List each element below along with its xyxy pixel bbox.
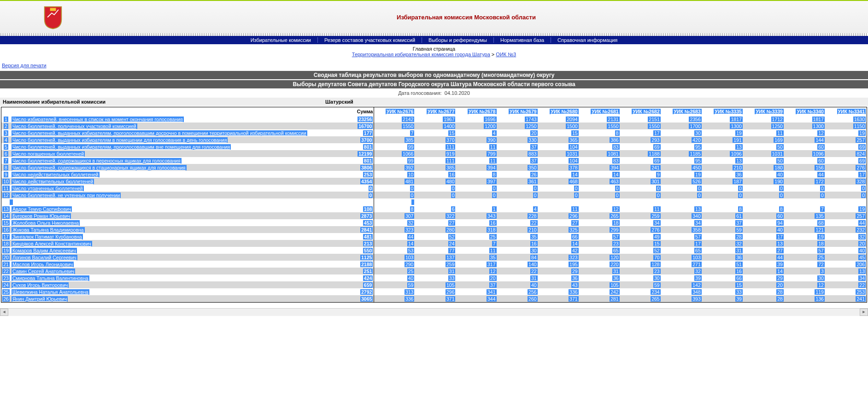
print-link[interactable]: Версия для печати	[2, 63, 868, 68]
row-label[interactable]: Число избирателей, внесенных в список на…	[12, 117, 184, 122]
table-row: 16Жукова Татьяна Владимировна2841	[1, 226, 374, 233]
menu-item[interactable]: Резерв составов участковых комиссий	[318, 37, 422, 43]
cell-value: 385	[405, 137, 415, 143]
cell-value: 180	[774, 165, 784, 170]
menu-item[interactable]: Справочная информация	[551, 37, 624, 43]
uik-header[interactable]: УИК №2677	[427, 109, 455, 114]
row-label[interactable]: Число утраченных бюллетеней	[12, 186, 84, 191]
row-label[interactable]: Сухов Игорь Викторович	[12, 282, 69, 288]
row-label[interactable]: Шевелкина Наталья Анатольевна	[12, 289, 89, 295]
row-label[interactable]: Число бюллетеней, не учтенных при получе…	[12, 193, 121, 198]
uik-header[interactable]: УИК №3339	[755, 109, 783, 114]
table-row: 11Число утраченных бюллетеней0	[1, 185, 374, 192]
cell-value: 220	[610, 262, 620, 267]
row-label[interactable]: Число бюллетеней, выданных избирателям, …	[12, 144, 231, 150]
cell-value: 1185	[689, 151, 701, 157]
commission-name: Шатурский	[325, 99, 353, 105]
cell-value: 20	[530, 130, 538, 136]
breadcrumb-link-1[interactable]: Территориальная избирательная комиссия г…	[352, 52, 490, 57]
cell-value: 11	[653, 206, 661, 212]
menu-item[interactable]: Избирательные комиссии	[244, 37, 318, 43]
cell-value: 40	[776, 172, 784, 177]
table-row: 715420158173019111219	[374, 129, 867, 136]
row-label[interactable]: Число погашенных бюллетеней	[12, 151, 85, 157]
cell-value: 7	[820, 206, 825, 212]
row-label[interactable]: Смирнова Татьяна Валентиновна	[12, 275, 89, 281]
horizontal-scrollbar[interactable]: ◄ ►	[0, 308, 868, 316]
uik-header[interactable]: УИК №2678	[468, 109, 496, 114]
cell-value: 121	[815, 227, 825, 233]
cell-value: 28	[776, 289, 784, 295]
row-label[interactable]: Маслов Игорь Леонидович	[12, 262, 74, 267]
row-number: 4	[4, 137, 8, 143]
page-title: Избирательная комиссия Московской област…	[65, 14, 868, 21]
table-row: 403320313636303966293034	[374, 274, 867, 281]
row-label[interactable]: Число бюллетеней, выданных избирателям в…	[12, 137, 228, 143]
cell-value: 31	[448, 269, 456, 274]
row-label[interactable]: Киндяков Алексей Константинович	[12, 241, 92, 246]
row-label[interactable]: Число бюллетеней, выданных избирателям, …	[12, 130, 307, 136]
menu-item[interactable]: Нормативная база	[494, 37, 551, 43]
row-sum: 3700	[360, 137, 373, 143]
header-bar: Избирательная комиссия Московской област…	[0, 0, 868, 33]
row-label[interactable]: Число бюллетеней, полученных участковой …	[12, 123, 137, 129]
row-label[interactable]: Число действительных бюллетеней	[12, 179, 94, 184]
row-number: 12	[2, 193, 10, 198]
table-row: 8Число бюллетеней, содержащихся в стацио…	[1, 164, 374, 171]
row-number: 6	[4, 151, 8, 157]
row-sum: 0	[369, 186, 373, 191]
cell-value: 1550	[648, 123, 660, 129]
cell-value: 259	[651, 213, 661, 219]
cell-value: 0	[656, 186, 661, 191]
table-row: 86141112111388719	[374, 205, 867, 212]
cell-value: 37	[530, 144, 538, 150]
cell-value: 301	[651, 179, 661, 184]
cell-value: 1817	[730, 117, 742, 122]
cell-value: 257	[856, 213, 866, 219]
uik-header[interactable]: УИК №3340	[796, 109, 824, 114]
row-sum: 23256	[358, 117, 373, 122]
cell-value: 18	[612, 220, 620, 226]
cell-value: 340	[692, 213, 702, 219]
row-label[interactable]: Число бюллетеней, содержащихся в перенос…	[12, 158, 182, 163]
uik-header[interactable]: УИК №2679	[509, 109, 537, 114]
row-number: 20	[2, 255, 10, 260]
cell-value: 290	[405, 262, 415, 267]
cell-value: 919	[446, 151, 456, 157]
uik-header[interactable]: УИК №2683	[673, 109, 701, 114]
row-label[interactable]: Число недействительных бюллетеней	[12, 172, 100, 177]
row-label[interactable]: Комаров Вадим Алексеевич	[12, 248, 77, 253]
uik-header[interactable]: УИК №2682	[632, 109, 660, 114]
row-label[interactable]: Савин Сергей Анатольевич	[12, 269, 75, 274]
row-label[interactable]: Жукова Татьяна Владимировна	[12, 227, 85, 233]
menu-item[interactable]: Выборы и референдумы	[422, 37, 494, 43]
row-sum: 481	[363, 234, 373, 239]
row-label[interactable]: Число бюллетеней, содержащихся в стацион…	[12, 165, 187, 170]
uik-header[interactable]: УИК №2681	[591, 109, 619, 114]
cell-value: 19	[694, 172, 702, 177]
row-label[interactable]: Янин Дмитрий Юрьевич	[12, 296, 68, 302]
breadcrumb-link-2[interactable]: ОИК №3	[496, 52, 516, 57]
cell-value: 2151	[648, 117, 660, 122]
row-label[interactable]: Зингалюк Патимат Курбановна	[12, 234, 83, 239]
row-sum: 801	[363, 158, 373, 163]
row-label[interactable]: Жолобова Ольга Николаевна	[12, 220, 80, 226]
indicators-table: Сумма 1Число избирателей, внесенных в сп…	[1, 107, 374, 302]
uik-header[interactable]: УИК №3335	[714, 109, 742, 114]
cell-value: 241	[651, 165, 661, 170]
cell-value: 344	[487, 296, 497, 302]
cell-value: 19	[858, 130, 866, 136]
uik-header[interactable]: УИК №2676	[386, 109, 414, 114]
row-label[interactable]: Логинов Василий Сергеевич	[12, 255, 77, 260]
cell-value: 7	[492, 241, 497, 246]
scroll-right-icon[interactable]: ►	[860, 309, 868, 316]
cell-value: 1817	[812, 117, 825, 122]
uik-header[interactable]: УИК №2680	[550, 109, 578, 114]
row-label[interactable]: Бугорков Роман Юрьевич	[12, 213, 71, 219]
cell-value: 420	[692, 137, 702, 143]
cell-value: 883	[528, 151, 538, 157]
row-label[interactable]: Авдои Темур Сартифович	[12, 206, 72, 212]
cell-value: 1630	[853, 117, 866, 122]
scroll-left-icon[interactable]: ◄	[0, 309, 8, 316]
uik-header[interactable]: УИК №3341	[837, 109, 866, 114]
